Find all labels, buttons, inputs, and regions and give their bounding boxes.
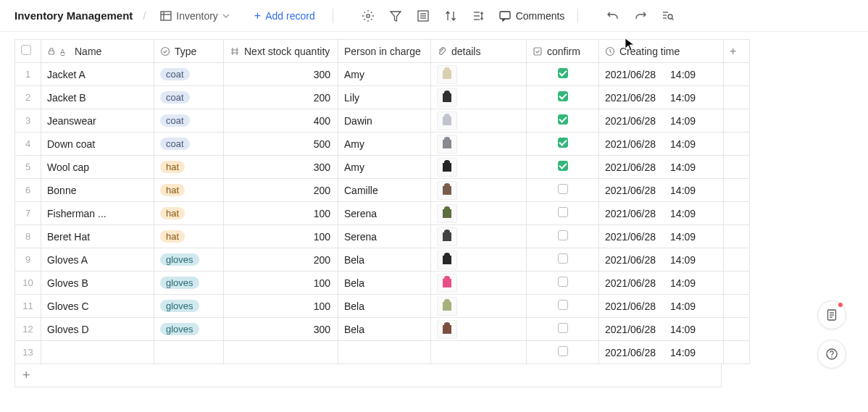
cell-name[interactable] [41,341,154,364]
confirm-checkbox[interactable] [558,300,568,310]
cell-type[interactable]: hat [154,156,224,179]
thumbnail[interactable] [437,320,457,339]
cell-time[interactable]: 2021/06/2814:09 [599,133,724,156]
cell-time[interactable]: 2021/06/2814:09 [599,272,724,295]
cell-qty[interactable]: 100 [224,202,338,225]
table-row[interactable]: 5Wool caphat300Amy2021/06/2814:09 [15,156,750,179]
cell-details[interactable] [431,225,527,248]
cell-details[interactable] [431,202,527,225]
header-qty[interactable]: Next stock quantity [224,40,338,63]
cell-time[interactable]: 2021/06/2814:09 [599,63,724,86]
cell-qty[interactable]: 200 [224,248,338,272]
cell-type[interactable]: hat [154,179,224,202]
confirm-checkbox[interactable] [558,161,568,171]
cell-person[interactable] [338,341,431,364]
cell-time[interactable]: 2021/06/2814:09 [599,248,724,272]
cell-qty[interactable]: 100 [224,295,338,318]
sort-button[interactable] [443,9,458,23]
thumbnail[interactable] [437,204,457,223]
cell-qty[interactable]: 300 [224,318,338,341]
cell-time[interactable]: 2021/06/2814:09 [599,295,724,318]
search-button[interactable] [661,9,675,23]
cell-details[interactable] [431,63,527,86]
cell-time[interactable]: 2021/06/2814:09 [599,156,724,179]
cell-qty[interactable]: 300 [224,63,338,86]
confirm-checkbox[interactable] [558,323,568,333]
thumbnail[interactable] [437,274,457,293]
cell-name[interactable]: Gloves B [41,272,154,295]
cell-details[interactable] [431,318,527,341]
list-button[interactable] [416,9,430,23]
cell-qty[interactable]: 500 [224,133,338,156]
cell-person[interactable]: Lily [338,86,431,109]
cell-confirm[interactable] [527,272,599,295]
redo-button[interactable] [633,9,648,23]
table-row[interactable]: 7Fisherman ...hat100Serena2021/06/2814:0… [15,202,750,225]
cell-name[interactable]: Down coat [41,133,154,156]
confirm-checkbox[interactable] [558,114,568,125]
cell-type[interactable]: coat [154,109,224,133]
header-type[interactable]: Type [154,40,224,63]
cell-type[interactable]: gloves [154,272,224,295]
cell-person[interactable]: Bela [338,272,431,295]
cell-name[interactable]: Gloves C [41,295,154,318]
undo-button[interactable] [606,9,620,23]
confirm-checkbox[interactable] [558,230,568,240]
table-row[interactable]: 132021/06/2814:09 [15,341,750,364]
cell-time[interactable]: 2021/06/2814:09 [599,179,724,202]
cell-person[interactable]: Serena [338,202,431,225]
activity-button[interactable] [817,300,846,329]
confirm-checkbox[interactable] [558,184,568,194]
add-row-button[interactable]: + [14,364,722,387]
cell-details[interactable] [431,133,527,156]
cell-type[interactable]: hat [154,202,224,225]
cell-person[interactable]: Camille [338,179,431,202]
cell-person[interactable]: Amy [338,156,431,179]
cell-type[interactable]: hat [154,225,224,248]
cell-name[interactable]: Gloves A [41,248,154,272]
confirm-checkbox[interactable] [558,346,568,356]
cell-name[interactable]: Wool cap [41,156,154,179]
cell-time[interactable]: 2021/06/2814:09 [599,318,724,341]
table-row[interactable]: 10Gloves Bgloves100Bela2021/06/2814:09 [15,272,750,295]
cell-person[interactable]: Dawin [338,109,431,133]
thumbnail[interactable] [437,65,457,84]
cell-name[interactable]: Bonne [41,179,154,202]
table-row[interactable]: 2Jacket Bcoat200Lily2021/06/2814:09 [15,86,750,109]
table-row[interactable]: 9Gloves Agloves200Bela2021/06/2814:09 [15,248,750,272]
header-confirm[interactable]: confirm [527,40,599,63]
cell-type[interactable]: gloves [154,295,224,318]
cell-time[interactable]: 2021/06/2814:09 [599,86,724,109]
cell-type[interactable]: gloves [154,318,224,341]
cell-name[interactable]: Jacket A [41,63,154,86]
cell-confirm[interactable] [527,109,599,133]
thumbnail[interactable] [437,158,457,177]
settings-button[interactable] [361,9,375,23]
add-record-button[interactable]: + Add record [250,7,320,25]
cell-details[interactable] [431,341,527,364]
cell-confirm[interactable] [527,133,599,156]
cell-name[interactable]: Jacket B [41,86,154,109]
thumbnail[interactable] [437,112,457,130]
cell-name[interactable]: Beret Hat [41,225,154,248]
thumbnail[interactable] [437,297,457,316]
cell-person[interactable]: Bela [338,248,431,272]
cell-type[interactable]: coat [154,133,224,156]
cell-person[interactable]: Amy [338,133,431,156]
cell-confirm[interactable] [527,63,599,86]
cell-person[interactable]: Amy [338,63,431,86]
table-row[interactable]: 6Bonnehat200Camille2021/06/2814:09 [15,179,750,202]
cell-name[interactable]: Jeanswear [41,109,154,133]
cell-qty[interactable]: 200 [224,86,338,109]
cell-qty[interactable]: 300 [224,156,338,179]
row-height-button[interactable] [471,9,485,23]
cell-person[interactable]: Bela [338,295,431,318]
cell-qty[interactable]: 400 [224,109,338,133]
thumbnail[interactable] [437,88,457,107]
table-row[interactable]: 1Jacket Acoat300Amy2021/06/2814:09 [15,63,750,86]
cell-person[interactable]: Serena [338,225,431,248]
cell-confirm[interactable] [527,295,599,318]
table-row[interactable]: 12Gloves Dgloves300Bela2021/06/2814:09 [15,318,750,341]
cell-details[interactable] [431,86,527,109]
cell-type[interactable] [154,341,224,364]
